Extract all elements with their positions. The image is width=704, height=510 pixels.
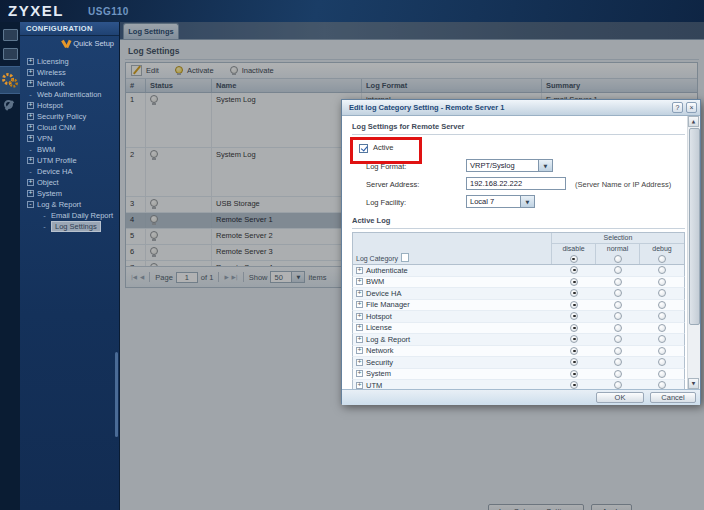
debug-radio[interactable]	[658, 370, 666, 378]
dashboard-icon[interactable]	[3, 29, 18, 41]
sidebar-item-cloud-cnm[interactable]: Cloud CNM	[20, 122, 119, 133]
sidebar-item-object[interactable]: Object	[20, 177, 119, 188]
expand-plus-icon[interactable]	[356, 370, 363, 377]
expand-plus-icon[interactable]	[356, 382, 363, 389]
sidebar-item-security-policy[interactable]: Security Policy	[20, 111, 119, 122]
normal-radio[interactable]	[614, 266, 622, 274]
sidebar-item-log-settings[interactable]: Log Settings	[20, 221, 119, 232]
sidebar-item-licensing[interactable]: Licensing	[20, 56, 119, 67]
select-all-normal-radio[interactable]	[614, 255, 622, 263]
normal-radio[interactable]	[614, 347, 622, 355]
level-header-disable: disable	[551, 244, 595, 254]
debug-radio[interactable]	[658, 312, 666, 320]
log-category-header[interactable]: Log Category	[356, 255, 398, 262]
disable-radio[interactable]	[570, 266, 578, 274]
expand-plus-icon[interactable]	[356, 301, 363, 308]
normal-radio[interactable]	[614, 312, 622, 320]
disable-radio[interactable]	[570, 381, 578, 389]
expand-plus-icon[interactable]	[356, 359, 363, 366]
expand-plus-icon[interactable]	[27, 58, 34, 65]
expand-plus-icon[interactable]	[27, 179, 34, 186]
help-icon[interactable]: ?	[672, 102, 683, 113]
sidebar-item-log-report[interactable]: Log & Report	[20, 199, 119, 210]
configuration-sidebar: CONFIGURATION Quick Setup Licensing Wire…	[20, 22, 120, 510]
configuration-gears-icon[interactable]	[0, 66, 20, 94]
normal-radio[interactable]	[614, 278, 622, 286]
red-highlight-annotation	[350, 137, 422, 164]
expand-plus-icon[interactable]	[27, 80, 34, 87]
disable-radio[interactable]	[570, 370, 578, 378]
expand-plus-icon[interactable]	[356, 278, 363, 285]
expand-plus-icon[interactable]	[27, 157, 34, 164]
debug-radio[interactable]	[658, 381, 666, 389]
expand-plus-icon[interactable]	[27, 190, 34, 197]
sidebar-scrollbar-thumb[interactable]	[115, 352, 118, 437]
monitor-icon[interactable]	[3, 48, 18, 60]
dialog-scrollbar[interactable]: ▲ ▼	[687, 116, 700, 389]
debug-radio[interactable]	[658, 278, 666, 286]
scrollbar-thumb[interactable]	[689, 128, 700, 325]
normal-radio[interactable]	[614, 381, 622, 389]
sidebar-item-utm-profile[interactable]: UTM Profile	[20, 155, 119, 166]
expand-plus-icon[interactable]	[27, 135, 34, 142]
normal-radio[interactable]	[614, 324, 622, 332]
collapse-minus-icon[interactable]	[27, 201, 34, 208]
expand-plus-icon[interactable]	[27, 113, 34, 120]
normal-radio[interactable]	[614, 370, 622, 378]
expand-plus-icon[interactable]	[356, 290, 363, 297]
close-icon[interactable]: ×	[686, 102, 697, 113]
select-all-disable-radio[interactable]	[570, 255, 578, 263]
dialog-title: Edit log Category Setting - Remote Serve…	[342, 103, 672, 112]
normal-radio[interactable]	[614, 335, 622, 343]
select-all-debug-radio[interactable]	[658, 255, 666, 263]
expand-plus-icon[interactable]	[27, 69, 34, 76]
expand-plus-icon[interactable]	[356, 313, 363, 320]
server-address-input[interactable]: 192.168.22.222	[466, 177, 566, 190]
disable-radio[interactable]	[570, 301, 578, 309]
expand-plus-icon[interactable]	[356, 267, 363, 274]
sidebar-item-system[interactable]: System	[20, 188, 119, 199]
sidebar-item-network[interactable]: Network	[20, 78, 119, 89]
expand-plus-icon[interactable]	[356, 347, 363, 354]
disable-radio[interactable]	[570, 278, 578, 286]
log-facility-select[interactable]: Local 7 ▼	[466, 195, 535, 208]
disable-radio[interactable]	[570, 324, 578, 332]
disable-radio[interactable]	[570, 335, 578, 343]
debug-radio[interactable]	[658, 335, 666, 343]
active-log-table: Log Category Selection disable normal de…	[352, 232, 685, 389]
sidebar-item-device-ha[interactable]: Device HA	[20, 166, 119, 177]
sidebar-item-hotspot[interactable]: Hotspot	[20, 100, 119, 111]
sidebar-item-wireless[interactable]: Wireless	[20, 67, 119, 78]
debug-radio[interactable]	[658, 301, 666, 309]
cancel-button[interactable]: Cancel	[650, 392, 696, 403]
debug-radio[interactable]	[658, 324, 666, 332]
disable-radio[interactable]	[570, 289, 578, 297]
expand-plus-icon[interactable]	[356, 336, 363, 343]
sidebar-item-vpn[interactable]: VPN	[20, 133, 119, 144]
debug-radio[interactable]	[658, 289, 666, 297]
normal-radio[interactable]	[614, 289, 622, 297]
normal-radio[interactable]	[614, 358, 622, 366]
ok-button[interactable]: OK	[596, 392, 644, 403]
disable-radio[interactable]	[570, 347, 578, 355]
sidebar-item-bwm[interactable]: BWM	[20, 144, 119, 155]
maintenance-wrench-icon[interactable]	[4, 100, 15, 111]
debug-radio[interactable]	[658, 358, 666, 366]
expand-plus-icon[interactable]	[356, 324, 363, 331]
expand-plus-icon[interactable]	[27, 102, 34, 109]
expand-plus-icon[interactable]	[27, 124, 34, 131]
scroll-down-icon[interactable]: ▼	[688, 378, 699, 389]
normal-radio[interactable]	[614, 301, 622, 309]
sidebar-item-email-daily-report[interactable]: Email Daily Report	[20, 210, 119, 221]
disable-radio[interactable]	[570, 312, 578, 320]
scroll-up-icon[interactable]: ▲	[688, 116, 699, 127]
log-category-row: Security	[352, 357, 685, 369]
sidebar-item-web-authentication[interactable]: Web Authentication	[20, 89, 119, 100]
quick-setup-button[interactable]: Quick Setup	[20, 36, 119, 51]
log-category-row: Authenticate	[352, 265, 685, 277]
expand-all-icon[interactable]	[401, 253, 409, 262]
debug-radio[interactable]	[658, 266, 666, 274]
disable-radio[interactable]	[570, 358, 578, 366]
debug-radio[interactable]	[658, 347, 666, 355]
log-format-select[interactable]: VRPT/Syslog ▼	[466, 159, 553, 172]
